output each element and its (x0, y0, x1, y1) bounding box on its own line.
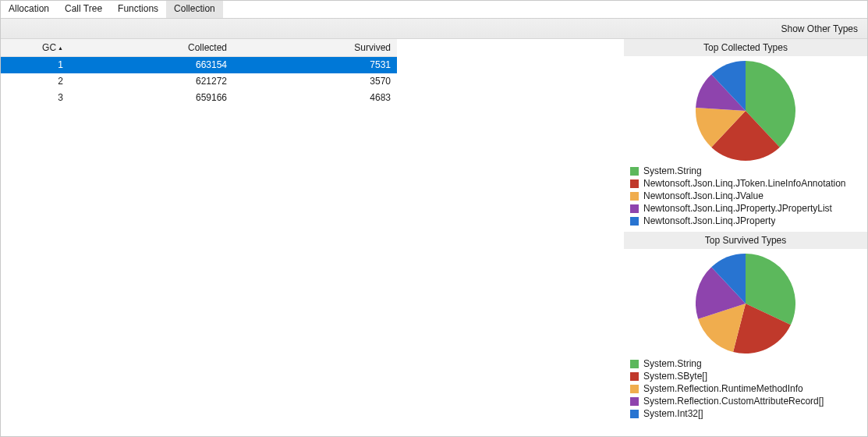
legend-label: System.String (643, 165, 702, 177)
legend-swatch-icon (630, 217, 639, 226)
gc-table-pane: GC▲ Collected Survived 16631547531262127… (1, 39, 624, 436)
charts-pane: Top Collected Types System.StringNewtons… (624, 39, 867, 436)
table-row[interactable]: 16631547531 (1, 57, 397, 73)
legend-item: Newtonsoft.Json.Linq.JToken.LineInfoAnno… (630, 177, 867, 190)
content-area: GC▲ Collected Survived 16631547531262127… (1, 39, 867, 436)
legend-swatch-icon (630, 410, 639, 418)
column-header-gc[interactable]: GC▲ (1, 39, 69, 57)
cell-collected: 621272 (69, 73, 233, 90)
legend-item: Newtonsoft.Json.Linq.JProperty.JProperty… (630, 202, 867, 215)
top-collected-title: Top Collected Types (624, 39, 867, 56)
sort-asc-icon: ▲ (58, 45, 63, 51)
legend-swatch-icon (630, 192, 639, 201)
top-collected-legend: System.StringNewtonsoft.Json.Linq.JToken… (624, 165, 867, 232)
legend-item: System.String (630, 357, 867, 370)
table-row[interactable]: 26212723570 (1, 73, 397, 90)
cell-gc: 3 (1, 90, 69, 106)
legend-label: System.Reflection.CustomAttributeRecord[… (643, 395, 824, 407)
tab-collection[interactable]: Collection (166, 1, 223, 18)
table-row[interactable]: 36591664683 (1, 90, 397, 106)
legend-label: Newtonsoft.Json.Linq.JProperty (643, 215, 775, 227)
show-other-types-button[interactable]: Show Other Types (781, 23, 859, 34)
cell-collected: 659166 (69, 90, 233, 106)
cell-survived: 4683 (233, 90, 397, 106)
legend-swatch-icon (630, 204, 639, 213)
cell-collected: 663154 (69, 57, 233, 73)
legend-item: Newtonsoft.Json.Linq.JProperty (630, 215, 867, 227)
tab-call-tree[interactable]: Call Tree (57, 1, 110, 18)
legend-item: System.Int32[] (630, 407, 867, 420)
column-header-collected[interactable]: Collected (69, 39, 233, 57)
legend-item: System.Reflection.CustomAttributeRecord[… (630, 395, 867, 407)
legend-item: System.SByte[] (630, 370, 867, 382)
column-header-survived[interactable]: Survived (233, 39, 397, 57)
legend-item: System.Reflection.RuntimeMethodInfo (630, 382, 867, 395)
legend-swatch-icon (630, 397, 639, 406)
tab-allocation[interactable]: Allocation (1, 1, 57, 18)
toolbar: Show Other Types (1, 19, 867, 39)
legend-swatch-icon (630, 385, 639, 393)
legend-label: Newtonsoft.Json.Linq.JValue (643, 190, 763, 202)
top-survived-title: Top Survived Types (624, 232, 867, 249)
column-header-gc-label: GC (42, 42, 56, 53)
legend-label: System.Reflection.RuntimeMethodInfo (643, 382, 803, 395)
legend-label: Newtonsoft.Json.Linq.JToken.LineInfoAnno… (643, 177, 846, 190)
legend-item: System.String (630, 165, 867, 177)
tab-functions[interactable]: Functions (110, 1, 166, 18)
top-survived-legend: System.StringSystem.SByte[]System.Reflec… (624, 357, 867, 425)
cell-survived: 3570 (233, 73, 397, 90)
legend-swatch-icon (630, 179, 639, 188)
gc-table: GC▲ Collected Survived 16631547531262127… (1, 39, 397, 106)
legend-swatch-icon (630, 372, 639, 381)
cell-gc: 1 (1, 57, 69, 73)
legend-swatch-icon (630, 167, 639, 176)
legend-label: System.SByte[] (643, 370, 707, 382)
legend-label: System.String (643, 357, 702, 370)
legend-label: Newtonsoft.Json.Linq.JProperty.JProperty… (643, 202, 832, 215)
top-survived-pie (624, 249, 867, 357)
legend-label: System.Int32[] (643, 407, 703, 420)
legend-swatch-icon (630, 360, 639, 368)
tab-bar: AllocationCall TreeFunctionsCollection (1, 1, 867, 19)
cell-gc: 2 (1, 73, 69, 90)
top-collected-pie (624, 56, 867, 165)
legend-item: Newtonsoft.Json.Linq.JValue (630, 190, 867, 202)
cell-survived: 7531 (233, 57, 397, 73)
